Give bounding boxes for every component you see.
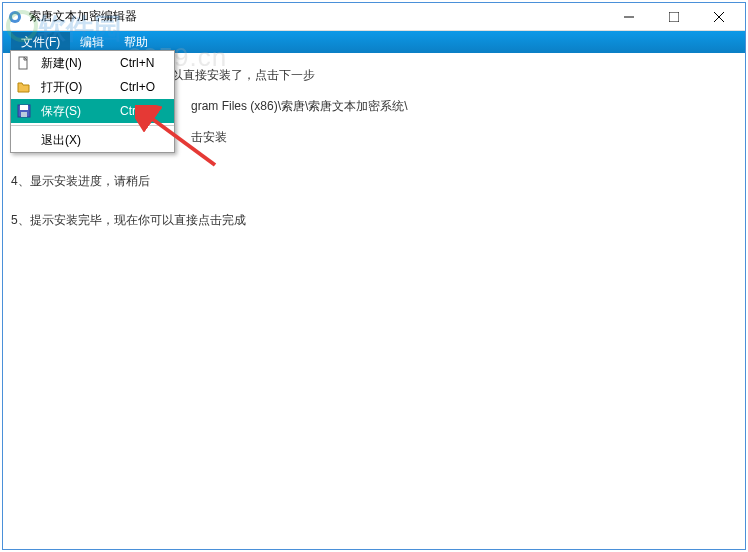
content-line: 击安装 [191, 129, 737, 146]
window-controls [606, 4, 741, 30]
close-button[interactable] [696, 4, 741, 30]
svg-rect-9 [21, 112, 27, 117]
new-file-icon [11, 56, 37, 70]
menu-item-open[interactable]: 打开(O) Ctrl+O [11, 75, 174, 99]
content-line: 4、显示安装进度，请稍后 [11, 173, 737, 190]
menu-label: 新建(N) [37, 55, 120, 72]
content-line: 5、提示安装完毕，现在你可以直接点击完成 [11, 212, 737, 229]
menu-shortcut: Ctrl+O [120, 80, 174, 94]
content-line: gram Files (x86)\索唐\索唐文本加密系统\ [191, 98, 737, 115]
window-title: 索唐文本加密编辑器 [29, 8, 606, 25]
maximize-icon [669, 12, 679, 22]
svg-rect-8 [20, 105, 28, 110]
svg-rect-3 [669, 12, 679, 22]
content-line: 以直接安装了，点击下一步 [171, 67, 737, 84]
close-icon [714, 12, 724, 22]
open-folder-icon [11, 81, 37, 93]
minimize-icon [624, 12, 634, 22]
app-icon [7, 9, 23, 25]
menu-item-exit[interactable]: 退出(X) [11, 128, 174, 152]
svg-point-1 [12, 14, 18, 20]
file-menu-dropdown: 新建(N) Ctrl+N 打开(O) Ctrl+O 保存(S) Ctrl+S 退… [10, 50, 175, 153]
minimize-button[interactable] [606, 4, 651, 30]
menu-item-new[interactable]: 新建(N) Ctrl+N [11, 51, 174, 75]
menu-shortcut: Ctrl+S [120, 104, 174, 118]
menu-item-save[interactable]: 保存(S) Ctrl+S [11, 99, 174, 123]
menu-shortcut: Ctrl+N [120, 56, 174, 70]
menu-label: 打开(O) [37, 79, 120, 96]
menu-label: 退出(X) [37, 132, 120, 149]
menu-label: 保存(S) [37, 103, 120, 120]
menu-separator [11, 125, 174, 126]
titlebar: 索唐文本加密编辑器 [3, 3, 745, 31]
maximize-button[interactable] [651, 4, 696, 30]
save-disk-icon [11, 104, 37, 118]
